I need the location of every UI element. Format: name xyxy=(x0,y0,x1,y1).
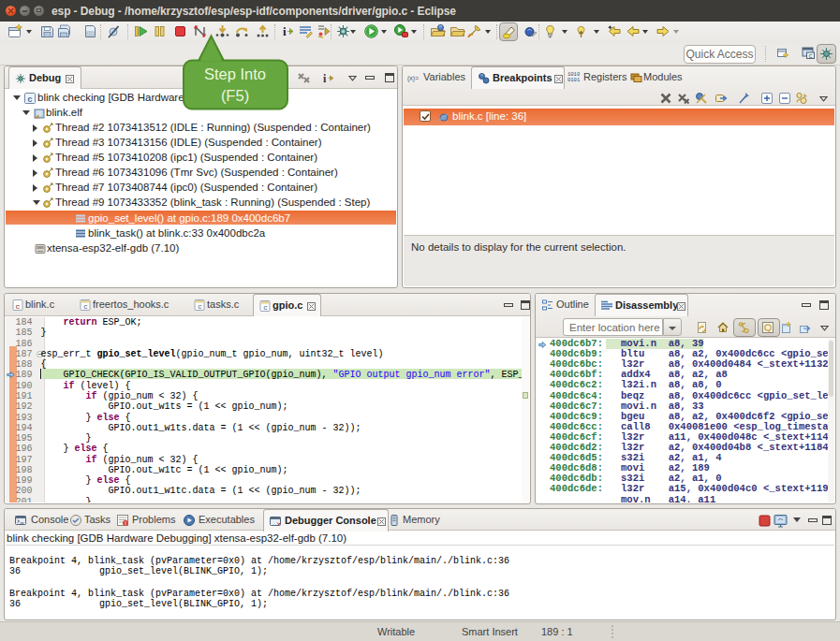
svg-text:c: c xyxy=(198,303,202,311)
svg-text:0101: 0101 xyxy=(567,77,581,83)
svg-text:c: c xyxy=(263,304,268,312)
svg-text:C: C xyxy=(809,53,813,59)
svg-text:888: 888 xyxy=(87,32,95,36)
svg-text:Step Into: Step Into xyxy=(204,66,266,82)
svg-text:c: c xyxy=(83,303,88,311)
svg-text:c: c xyxy=(16,302,21,311)
svg-text:i: i xyxy=(323,72,327,85)
svg-text:(F5): (F5) xyxy=(221,87,249,104)
svg-text:c: c xyxy=(27,95,32,105)
svg-text:(x)=: (x)= xyxy=(407,75,419,82)
